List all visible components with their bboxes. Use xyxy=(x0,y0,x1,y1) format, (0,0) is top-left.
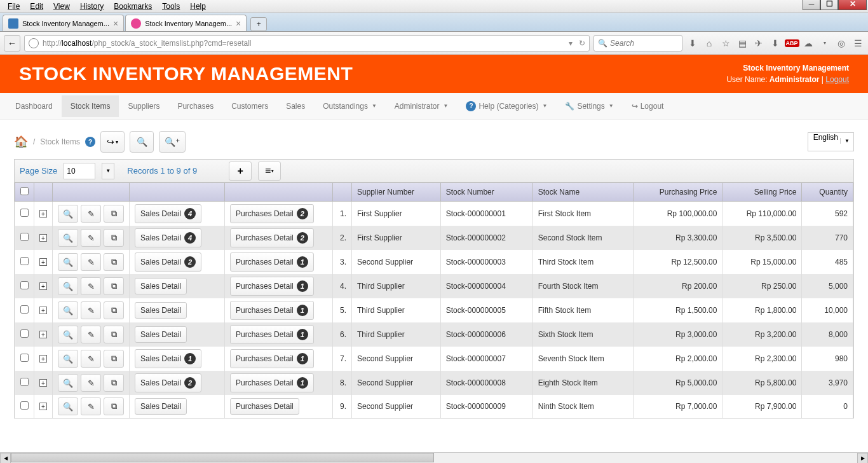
row-checkbox[interactable] xyxy=(20,233,29,241)
add-button[interactable]: + xyxy=(229,162,252,181)
view-button[interactable]: 🔍 xyxy=(58,397,78,415)
expand-button[interactable]: + xyxy=(39,307,47,314)
window-maximize-button[interactable]: ☐ xyxy=(820,0,838,10)
nav-administrator[interactable]: Administrator ▼ xyxy=(386,95,458,117)
close-icon[interactable]: × xyxy=(113,18,118,29)
search-input[interactable] xyxy=(610,39,678,48)
purchases-detail-button[interactable]: Purchases Detail 1 xyxy=(230,373,314,392)
expand-button[interactable]: + xyxy=(39,258,47,266)
target-icon[interactable]: ◎ xyxy=(835,37,848,50)
edit-button[interactable]: ✎ xyxy=(81,326,101,343)
os-menu-bookmarks[interactable]: Bookmarks xyxy=(109,1,157,12)
row-checkbox[interactable] xyxy=(20,354,29,362)
view-button[interactable]: 🔍 xyxy=(58,326,78,343)
home-icon[interactable]: ⌂ xyxy=(703,37,715,50)
copy-button[interactable]: ⧉ xyxy=(104,229,124,247)
page-size-input[interactable] xyxy=(64,163,95,179)
purchases-detail-button[interactable]: Purchases Detail 1 xyxy=(230,277,314,296)
edit-button[interactable]: ✎ xyxy=(81,350,101,368)
language-select[interactable]: English xyxy=(808,132,854,151)
nav-sales[interactable]: Sales xyxy=(277,95,314,117)
sales-detail-button[interactable]: Sales Detail 2 xyxy=(135,252,201,272)
edit-button[interactable]: ✎ xyxy=(81,301,101,319)
expand-button[interactable]: + xyxy=(39,355,47,363)
send-icon[interactable]: ✈ xyxy=(752,37,765,50)
copy-button[interactable]: ⧉ xyxy=(104,326,124,343)
purchases-detail-button[interactable]: Purchases Detail xyxy=(230,398,299,415)
edit-button[interactable]: ✎ xyxy=(81,253,101,271)
sales-detail-button[interactable]: Sales Detail 4 xyxy=(135,204,201,223)
purchases-detail-button[interactable]: Purchases Detail 1 xyxy=(230,349,314,368)
download-icon[interactable]: ⬇ xyxy=(686,37,699,50)
expand-button[interactable]: + xyxy=(39,282,47,290)
sales-detail-button[interactable]: Sales Detail xyxy=(135,302,187,319)
close-icon[interactable]: × xyxy=(236,18,241,29)
copy-button[interactable]: ⧉ xyxy=(104,374,124,392)
purchases-detail-button[interactable]: Purchases Detail 2 xyxy=(230,204,314,223)
expand-button[interactable]: + xyxy=(39,403,47,410)
column-header[interactable]: Purchasing Price xyxy=(633,183,722,202)
sales-detail-button[interactable]: Sales Detail 1 xyxy=(135,349,201,368)
nav-stock-items[interactable]: Stock Items xyxy=(62,95,119,117)
os-menu-edit[interactable]: Edit xyxy=(25,1,48,12)
window-close-button[interactable]: ✕ xyxy=(838,0,867,10)
copy-button[interactable]: ⧉ xyxy=(104,350,124,368)
os-menu-file[interactable]: File xyxy=(3,1,25,12)
view-button[interactable]: 🔍 xyxy=(58,229,78,247)
os-menu-view[interactable]: View xyxy=(48,1,75,12)
view-button[interactable]: 🔍 xyxy=(58,205,78,223)
expand-button[interactable]: + xyxy=(39,379,47,387)
edit-button[interactable]: ✎ xyxy=(81,277,101,295)
column-header[interactable] xyxy=(225,183,333,202)
dropdown-icon[interactable]: ▾ xyxy=(569,39,573,48)
column-header[interactable]: Stock Number xyxy=(440,183,532,202)
edit-button[interactable]: ✎ xyxy=(81,397,101,415)
column-header[interactable]: Quantity xyxy=(802,183,853,202)
export-button[interactable]: ↪ ▾ xyxy=(100,131,125,153)
copy-button[interactable]: ⧉ xyxy=(104,253,124,271)
reload-icon[interactable]: ↻ xyxy=(579,39,585,48)
view-button[interactable]: 🔍 xyxy=(58,277,78,295)
nav-dashboard[interactable]: Dashboard xyxy=(6,95,62,117)
nav-settings[interactable]: 🔧 Settings ▼ xyxy=(556,95,622,117)
column-header[interactable]: Selling Price xyxy=(722,183,802,202)
select-all-checkbox[interactable] xyxy=(20,187,29,195)
row-checkbox[interactable] xyxy=(20,281,29,289)
purchases-detail-button[interactable]: Purchases Detail 1 xyxy=(230,252,314,272)
nav-outstandings[interactable]: Outstandings ▼ xyxy=(314,95,386,117)
column-header[interactable] xyxy=(333,183,352,202)
sales-detail-button[interactable]: Sales Detail 2 xyxy=(135,373,201,392)
row-checkbox[interactable] xyxy=(20,401,29,410)
expand-button[interactable]: + xyxy=(39,210,47,218)
row-checkbox[interactable] xyxy=(20,329,29,338)
menu-icon[interactable]: ☰ xyxy=(851,37,864,50)
bookmarks-list-icon[interactable]: ▤ xyxy=(736,37,749,50)
view-button[interactable]: 🔍 xyxy=(58,301,78,319)
column-header[interactable]: Supplier Number xyxy=(352,183,441,202)
copy-button[interactable]: ⧉ xyxy=(104,277,124,295)
home-icon[interactable]: 🏠 xyxy=(14,135,28,149)
save-icon[interactable]: ⬇ xyxy=(769,37,782,50)
help-icon[interactable]: ? xyxy=(85,137,95,147)
nav-customers[interactable]: Customers xyxy=(222,95,277,117)
purchases-detail-button[interactable]: Purchases Detail 2 xyxy=(230,228,314,247)
logout-link[interactable]: Logout xyxy=(825,75,849,84)
browser-tab-1[interactable]: Stock Inventory Managem...× xyxy=(125,15,247,31)
sales-detail-button[interactable]: Sales Detail xyxy=(135,398,187,415)
nav-help-categories-[interactable]: ? Help (Categories) ▼ xyxy=(457,95,556,118)
os-menu-tools[interactable]: Tools xyxy=(157,1,185,12)
sales-detail-button[interactable]: Sales Detail xyxy=(135,278,187,294)
bookmark-star-icon[interactable]: ☆ xyxy=(719,37,732,50)
view-button[interactable]: 🔍 xyxy=(58,253,78,271)
column-header[interactable] xyxy=(53,183,130,202)
row-checkbox[interactable] xyxy=(20,209,29,217)
window-minimize-button[interactable]: ─ xyxy=(803,0,820,10)
copy-button[interactable]: ⧉ xyxy=(104,397,124,415)
zoom-button[interactable]: 🔍⁺ xyxy=(159,131,186,153)
search-button[interactable]: 🔍 xyxy=(130,131,154,153)
list-options-button[interactable]: ≡ ▾ xyxy=(258,162,281,181)
expand-button[interactable]: + xyxy=(39,234,47,242)
column-header[interactable] xyxy=(34,183,53,202)
copy-button[interactable]: ⧉ xyxy=(104,301,124,319)
sales-detail-button[interactable]: Sales Detail 4 xyxy=(135,228,201,247)
